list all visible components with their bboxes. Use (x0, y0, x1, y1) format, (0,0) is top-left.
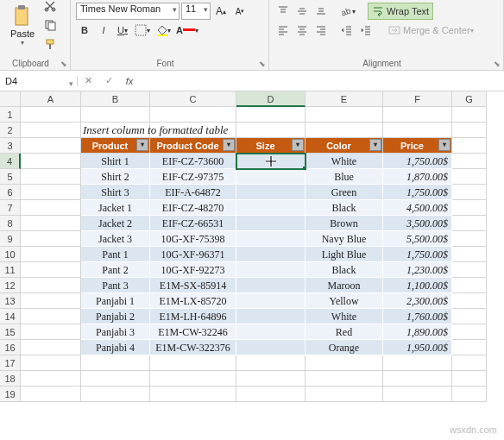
table-cell-code[interactable]: EIF-A-64872 (150, 185, 236, 200)
row-header-16[interactable]: 16 (0, 340, 21, 355)
cell[interactable] (452, 387, 487, 402)
table-cell-product[interactable]: Pant 2 (81, 262, 150, 278)
table-cell-price[interactable]: 5,500.00$ (383, 231, 452, 247)
cell[interactable] (21, 387, 81, 402)
cell[interactable] (452, 247, 487, 262)
align-left-button[interactable] (274, 22, 292, 39)
cell[interactable] (21, 262, 81, 278)
row-header-9[interactable]: 9 (0, 231, 21, 247)
row-header-5[interactable]: 5 (0, 169, 21, 185)
row-header-7[interactable]: 7 (0, 200, 21, 216)
table-cell-product[interactable]: Shirt 2 (81, 169, 150, 185)
cell[interactable] (21, 324, 81, 340)
table-cell-price[interactable]: 1,890.00$ (383, 324, 452, 340)
cell[interactable] (150, 371, 236, 387)
cell[interactable] (452, 278, 487, 293)
title-cell[interactable]: Insert column to formatted table (81, 123, 150, 138)
paste-button[interactable]: Paste ▾ (5, 4, 40, 47)
cell[interactable] (452, 231, 487, 247)
row-header-14[interactable]: 14 (0, 309, 21, 324)
row-header-8[interactable]: 8 (0, 216, 21, 231)
cell[interactable] (236, 107, 306, 123)
cell[interactable] (306, 355, 383, 371)
row-header-18[interactable]: 18 (0, 371, 21, 387)
table-cell-size[interactable] (236, 231, 306, 247)
cell[interactable] (452, 355, 487, 371)
cell[interactable] (150, 107, 236, 123)
table-cell-product[interactable]: Panjabi 3 (81, 324, 150, 340)
cell[interactable] (306, 371, 383, 387)
column-header-E[interactable]: E (306, 91, 383, 107)
cell[interactable] (383, 123, 452, 138)
row-header-17[interactable]: 17 (0, 355, 21, 371)
table-cell-price[interactable]: 1,760.00$ (383, 309, 452, 324)
table-cell-code[interactable]: E1M-SX-85914 (150, 278, 236, 293)
cell[interactable] (150, 355, 236, 371)
font-size-select[interactable]: 11 (181, 3, 211, 20)
row-header-4[interactable]: 4 (0, 154, 21, 169)
cell[interactable] (21, 123, 81, 138)
table-cell-price[interactable]: 1,750.00$ (383, 154, 452, 169)
table-cell-price[interactable]: 1,870.00$ (383, 169, 452, 185)
table-cell-size[interactable] (236, 185, 306, 200)
table-cell-price[interactable]: 2,300.00$ (383, 293, 452, 309)
copy-button[interactable] (41, 16, 59, 34)
cell[interactable] (81, 387, 150, 402)
increase-font-button[interactable]: A▴ (212, 3, 230, 20)
column-header-B[interactable]: B (81, 91, 150, 107)
table-cell-size[interactable] (236, 200, 306, 216)
cell[interactable] (21, 371, 81, 387)
table-cell-code[interactable]: EIF-CZ-97375 (150, 169, 236, 185)
table-cell-price[interactable]: 1,100.00$ (383, 278, 452, 293)
cut-button[interactable] (41, 0, 59, 15)
table-cell-color[interactable]: Red (306, 324, 383, 340)
select-all-corner[interactable] (0, 91, 21, 107)
cell[interactable] (150, 123, 236, 138)
orientation-button[interactable]: ab ▾ (338, 3, 357, 20)
name-box[interactable]: D4 (0, 76, 78, 86)
table-cell-color[interactable]: Brown (306, 216, 383, 231)
wrap-text-button[interactable]: Wrap Text (368, 3, 433, 20)
table-cell-code[interactable]: E1M-CW-32246 (150, 324, 236, 340)
table-cell-color[interactable]: White (306, 154, 383, 169)
cell[interactable] (21, 340, 81, 355)
cell[interactable] (236, 371, 306, 387)
format-painter-button[interactable] (41, 35, 59, 53)
cell[interactable] (306, 123, 383, 138)
cell[interactable] (81, 107, 150, 123)
cell[interactable] (236, 387, 306, 402)
bold-button[interactable]: B (76, 22, 93, 39)
cell[interactable] (452, 262, 487, 278)
cell[interactable] (383, 355, 452, 371)
table-cell-code[interactable]: E1M-LX-85720 (150, 293, 236, 309)
table-cell-size[interactable] (236, 340, 306, 355)
table-cell-price[interactable]: 1,230.00$ (383, 262, 452, 278)
cell[interactable] (21, 355, 81, 371)
cell[interactable] (21, 185, 81, 200)
row-header-1[interactable]: 1 (0, 107, 21, 123)
cell[interactable] (383, 107, 452, 123)
table-cell-product[interactable]: Pant 3 (81, 278, 150, 293)
table-cell-price[interactable]: 3,500.00$ (383, 216, 452, 231)
cell[interactable] (306, 107, 383, 123)
table-cell-code[interactable]: EIF-CZ-48270 (150, 200, 236, 216)
table-cell-price[interactable]: 1,750.00$ (383, 247, 452, 262)
cell[interactable] (236, 355, 306, 371)
table-cell-color[interactable]: White (306, 309, 383, 324)
align-right-button[interactable] (312, 22, 330, 39)
table-header[interactable]: Price▾ (383, 138, 452, 154)
table-header[interactable]: Size▾ (236, 138, 306, 154)
row-header-12[interactable]: 12 (0, 278, 21, 293)
table-cell-product[interactable]: Jacket 2 (81, 216, 150, 231)
cell[interactable] (452, 340, 487, 355)
table-cell-code[interactable]: 10G-XF-96371 (150, 247, 236, 262)
cell[interactable] (452, 154, 487, 169)
cell[interactable] (452, 216, 487, 231)
enter-formula-button[interactable]: ✓ (98, 75, 119, 86)
table-cell-size[interactable] (236, 293, 306, 309)
cell[interactable] (150, 387, 236, 402)
cell[interactable] (306, 387, 383, 402)
table-cell-product[interactable]: Panjabi 1 (81, 293, 150, 309)
decrease-indent-button[interactable] (338, 22, 356, 39)
decrease-font-button[interactable]: A▾ (231, 3, 249, 20)
